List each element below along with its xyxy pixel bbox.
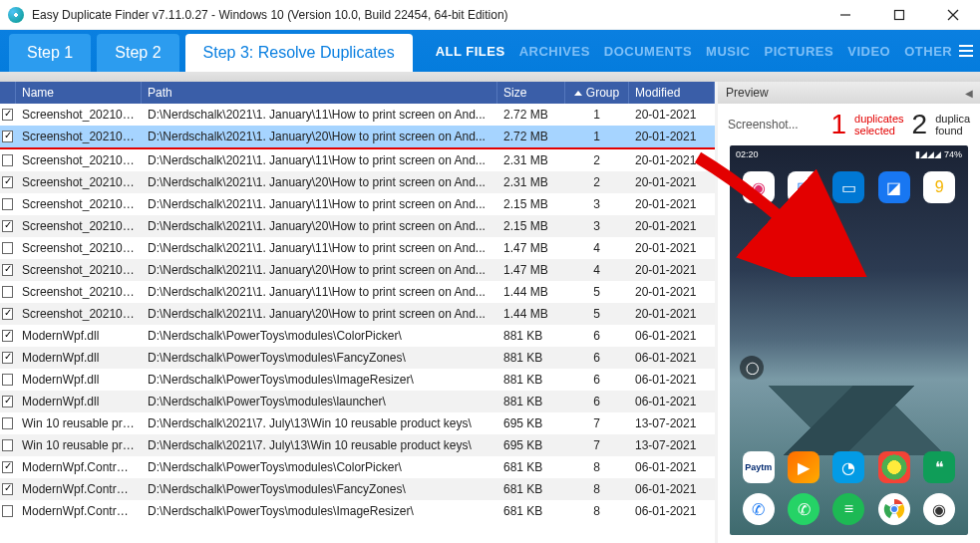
- cell-size: 695 KB: [497, 416, 565, 430]
- table-row[interactable]: Win 10 reusable pro...D:\Nerdschalk\2021…: [0, 434, 715, 456]
- cell-size: 881 KB: [497, 329, 565, 343]
- row-checkbox[interactable]: [2, 483, 13, 495]
- filter-all[interactable]: All Files: [436, 44, 505, 59]
- cell-modified: 06-01-2021: [629, 351, 715, 365]
- cell-modified: 13-07-2021: [629, 416, 715, 430]
- table-row[interactable]: Screenshot_202101...D:\Nerdschalk\2021\1…: [0, 149, 715, 171]
- phone-statusbar: 02:20 ▮◢◢◢ 74%: [730, 145, 968, 163]
- cell-path: D:\Nerdschalk\PowerToys\modules\ColorPic…: [142, 329, 497, 343]
- col-checkbox[interactable]: [0, 82, 16, 104]
- row-checkbox[interactable]: [2, 330, 13, 342]
- col-name[interactable]: Name: [16, 82, 142, 104]
- filter-music[interactable]: Music: [706, 44, 750, 59]
- cell-group: 8: [565, 460, 629, 474]
- tab-step-2[interactable]: Step 2: [97, 34, 178, 72]
- col-group[interactable]: Group: [565, 82, 629, 104]
- row-checkbox[interactable]: [2, 109, 13, 121]
- cell-size: 2.15 MB: [497, 219, 565, 233]
- row-checkbox[interactable]: [2, 352, 13, 364]
- cell-name: Win 10 reusable pro...: [16, 438, 142, 452]
- filter-archives[interactable]: Archives: [519, 44, 590, 59]
- gallery-icon: ◪: [878, 171, 910, 203]
- table-row[interactable]: ModernWpf.Controls...D:\Nerdschalk\Power…: [0, 500, 715, 522]
- cell-group: 8: [565, 504, 629, 518]
- cell-group: 6: [565, 351, 629, 365]
- table-row[interactable]: Screenshot_202101...D:\Nerdschalk\2021\1…: [0, 281, 715, 303]
- row-checkbox[interactable]: [2, 220, 13, 232]
- menu-icon[interactable]: [952, 30, 980, 72]
- scroll-left-icon[interactable]: ◀: [962, 86, 976, 100]
- cell-size: 2.31 MB: [497, 153, 565, 167]
- cell-size: 1.47 MB: [497, 241, 565, 255]
- row-checkbox[interactable]: [2, 374, 13, 386]
- cell-size: 681 KB: [497, 482, 565, 496]
- row-checkbox[interactable]: [2, 417, 13, 429]
- maximize-button[interactable]: [884, 3, 914, 27]
- row-checkbox[interactable]: [2, 198, 13, 210]
- minimize-button[interactable]: [830, 3, 860, 27]
- row-checkbox[interactable]: [2, 264, 13, 276]
- table-row[interactable]: Screenshot_202101...D:\Nerdschalk\2021\1…: [0, 237, 715, 259]
- row-checkbox[interactable]: [2, 461, 13, 473]
- cell-name: Screenshot_202101...: [16, 285, 142, 299]
- camera-icon: ◉: [923, 493, 955, 525]
- row-checkbox[interactable]: [2, 396, 13, 407]
- cell-path: D:\Nerdschalk\2021\1. January\11\How to …: [142, 285, 497, 299]
- filter-pictures[interactable]: Pictures: [764, 44, 833, 59]
- tab-step-1[interactable]: Step 1: [9, 34, 91, 72]
- table-row[interactable]: ModernWpf.dllD:\Nerdschalk\PowerToys\mod…: [0, 325, 715, 347]
- row-checkbox[interactable]: [2, 286, 13, 298]
- howto-icon: ▣: [788, 171, 819, 203]
- row-checkbox[interactable]: [2, 131, 13, 142]
- phone-app-row-2: Paytm ▶ ◔ ❝: [730, 451, 968, 483]
- titlebar: Easy Duplicate Finder v7.11.0.27 - Windo…: [0, 0, 980, 30]
- cell-group: 8: [565, 482, 629, 496]
- cell-size: 1.47 MB: [497, 263, 565, 277]
- filter-documents[interactable]: Documents: [604, 44, 692, 59]
- cell-size: 1.44 MB: [497, 285, 565, 299]
- close-button[interactable]: [938, 3, 968, 27]
- preview-pane: Preview ◀ Screenshot... 1 duplicatessele…: [715, 82, 980, 543]
- row-checkbox[interactable]: [2, 176, 13, 188]
- cell-size: 881 KB: [497, 351, 565, 365]
- cell-name: Screenshot_202101...: [16, 130, 142, 143]
- tab-step-3[interactable]: Step 3: Resolve Duplicates: [185, 34, 413, 72]
- table-row[interactable]: Screenshot_202101...D:\Nerdschalk\2021\1…: [0, 171, 715, 193]
- table-row[interactable]: Screenshot_202101...D:\Nerdschalk\2021\1…: [0, 104, 715, 126]
- table-row[interactable]: Screenshot_202101...D:\Nerdschalk\2021\1…: [0, 303, 715, 325]
- table-row[interactable]: ModernWpf.dllD:\Nerdschalk\PowerToys\mod…: [0, 347, 715, 369]
- cell-modified: 06-01-2021: [629, 504, 715, 518]
- phone-icon: ✆: [743, 493, 775, 525]
- table-row[interactable]: Win 10 reusable pro...D:\Nerdschalk\2021…: [0, 412, 715, 434]
- col-modified[interactable]: Modified: [629, 82, 715, 104]
- cell-modified: 20-01-2021: [629, 108, 715, 122]
- filter-video[interactable]: Video: [847, 44, 890, 59]
- row-checkbox[interactable]: [2, 242, 13, 254]
- table-row[interactable]: Screenshot_202101...D:\Nerdschalk\2021\1…: [0, 259, 715, 281]
- yourphone-icon: ▭: [832, 171, 864, 203]
- hangouts-icon: ❝: [923, 451, 955, 483]
- table-row[interactable]: ModernWpf.dllD:\Nerdschalk\PowerToys\mod…: [0, 369, 715, 391]
- preview-filename: Screenshot...: [728, 118, 799, 132]
- cell-path: D:\Nerdschalk\2021\1. January\20\How to …: [142, 219, 497, 233]
- table-row[interactable]: ModernWpf.dllD:\Nerdschalk\PowerToys\mod…: [0, 391, 715, 412]
- cell-path: D:\Nerdschalk\2021\1. January\11\How to …: [142, 241, 497, 255]
- table-row[interactable]: Screenshot_202101...D:\Nerdschalk\2021\1…: [0, 193, 715, 215]
- table-row[interactable]: Screenshot_202101...D:\Nerdschalk\2021\1…: [0, 126, 715, 147]
- cell-modified: 20-01-2021: [629, 153, 715, 167]
- toolbar: Step 1 Step 2 Step 3: Resolve Duplicates…: [0, 30, 980, 72]
- row-checkbox[interactable]: [2, 154, 13, 166]
- table-row[interactable]: ModernWpf.Controls...D:\Nerdschalk\Power…: [0, 456, 715, 478]
- table-row[interactable]: Screenshot_202101...D:\Nerdschalk\2021\1…: [0, 215, 715, 237]
- row-checkbox[interactable]: [2, 505, 13, 517]
- cell-group: 2: [565, 175, 629, 189]
- row-checkbox[interactable]: [2, 308, 13, 320]
- cell-modified: 20-01-2021: [629, 263, 715, 277]
- table-row[interactable]: ModernWpf.Controls...D:\Nerdschalk\Power…: [0, 478, 715, 500]
- row-checkbox[interactable]: [2, 439, 13, 451]
- col-path[interactable]: Path: [142, 82, 497, 104]
- filter-other[interactable]: Other: [904, 44, 952, 59]
- cell-modified: 20-01-2021: [629, 175, 715, 189]
- sort-ascending-icon: [574, 91, 582, 96]
- col-size[interactable]: Size: [497, 82, 565, 104]
